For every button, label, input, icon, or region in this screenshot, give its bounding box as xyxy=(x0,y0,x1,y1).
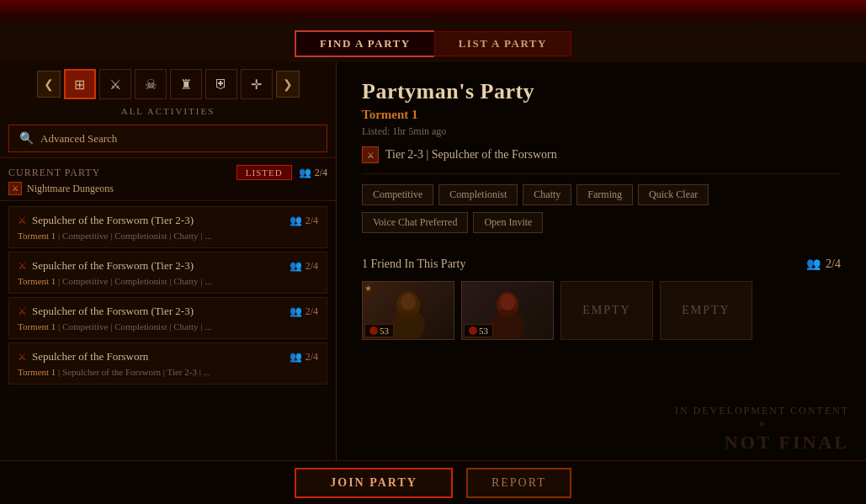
dungeon-info: ⚔ Tier 2-3 | Sepulcher of the Forsworn xyxy=(362,146,841,174)
bottom-bar: Join Party Report xyxy=(0,460,866,504)
party-item-header: ⚔ Sepulcher of the Forsworn (Tier 2-3) 👥… xyxy=(18,305,318,318)
player-avatar-2: 53 xyxy=(462,282,553,339)
svg-point-2 xyxy=(401,294,416,310)
current-party-header: Current Party LISTED 👥 2/4 xyxy=(8,165,327,180)
player-level-badge-1: 53 xyxy=(364,324,394,337)
search-container: 🔍 Advanced Search xyxy=(0,119,336,158)
people-icon: 👥 xyxy=(290,260,302,273)
left-panel: ⊞ ⚔ ☠ ♜ ⛨ ✛ xyxy=(0,62,337,460)
item-dungeon-icon: ⚔ xyxy=(18,215,27,227)
activity-icon-cross[interactable]: ✛ xyxy=(241,69,273,99)
party-item-count: 👥 2/4 xyxy=(290,305,318,318)
empty-slot-label-4: EMPTY xyxy=(682,304,730,317)
item-dungeon-icon: ⚔ xyxy=(18,305,27,318)
list-party-tab[interactable]: LIST A PARTY xyxy=(434,31,571,56)
people-icon: 👥 xyxy=(290,351,302,363)
party-item-count: 👥 2/4 xyxy=(290,215,318,227)
chevron-left-icon xyxy=(44,77,54,92)
party-item-count: 👥 2/4 xyxy=(290,260,318,273)
tag-farming: Farming xyxy=(576,184,633,205)
svg-point-1 xyxy=(391,309,425,338)
player-slot-2: 53 xyxy=(461,281,554,340)
party-item-header: ⚔ Sepulcher of the Forsworn (Tier 2-3) 👥… xyxy=(18,214,318,227)
activity-icon-skull[interactable]: ☠ xyxy=(135,69,167,99)
top-decorative-bar xyxy=(0,0,866,25)
activity-icon-grid[interactable]: ⊞ xyxy=(64,69,96,99)
item-dungeon-icon: ⚔ xyxy=(18,260,27,273)
party-title: Partyman's Party xyxy=(362,79,841,104)
current-party-activity-row: ⚔ Nightmare Dungeons xyxy=(8,182,327,195)
dungeon-icon: ⚔ xyxy=(109,77,121,93)
party-item-name: ⚔ Sepulcher of the Forsworn (Tier 2-3) xyxy=(18,259,194,273)
player-slot-1: 53 ★ xyxy=(362,281,454,340)
party-list: ⚔ Sepulcher of the Forsworn (Tier 2-3) 👥… xyxy=(0,201,336,460)
tower-icon: ♜ xyxy=(180,77,192,93)
item-dungeon-icon: ⚔ xyxy=(18,351,27,363)
party-activity-name: Nightmare Dungeons xyxy=(27,183,114,195)
list-item[interactable]: ⚔ Sepulcher of the Forsworn 👥 2/4 Tormen… xyxy=(8,342,327,385)
current-party-count: 👥 2/4 xyxy=(299,167,327,179)
header-tabs: FIND A PARTY LIST A PARTY xyxy=(0,24,866,62)
tag-chatty: Chatty xyxy=(523,184,571,205)
activity-icon-shield[interactable]: ⛨ xyxy=(205,69,237,99)
join-party-button[interactable]: Join Party xyxy=(295,468,453,498)
dungeon-info-icon: ⚔ xyxy=(362,146,379,163)
tag-completionist: Completionist xyxy=(438,184,518,205)
svg-point-4 xyxy=(491,309,524,338)
player-level-badge-2: 53 xyxy=(464,324,493,337)
list-item[interactable]: ⚔ Sepulcher of the Forsworn (Tier 2-3) 👥… xyxy=(8,206,327,248)
level-icon xyxy=(369,326,378,335)
party-item-count: 👥 2/4 xyxy=(290,351,318,363)
find-party-tab[interactable]: FIND A PARTY xyxy=(295,30,434,57)
activity-icon-dungeon[interactable]: ⚔ xyxy=(99,69,131,99)
tag-competitive: Competitive xyxy=(362,184,433,205)
party-item-tags: Torment 1 | Competitive | Completionist … xyxy=(18,231,318,241)
list-item[interactable]: ⚔ Sepulcher of the Forsworn (Tier 2-3) 👥… xyxy=(8,297,327,339)
friend-star-icon: ★ xyxy=(364,284,372,293)
party-activity-icon: ⚔ xyxy=(8,182,22,195)
tag-open-invite: Open Invite xyxy=(473,212,543,233)
players-section: 1 Friend In This Party 👥 2/4 xyxy=(362,257,841,340)
party-activity-info: ⚔ Nightmare Dungeons xyxy=(8,182,114,195)
activity-bar: ⊞ ⚔ ☠ ♜ ⛨ ✛ xyxy=(0,62,336,103)
player-slot-4: EMPTY xyxy=(660,281,752,340)
advanced-search-bar[interactable]: 🔍 Advanced Search xyxy=(8,125,327,152)
level-icon xyxy=(469,326,477,335)
nav-prev-button[interactable] xyxy=(37,71,61,98)
list-item[interactable]: ⚔ Sepulcher of the Forsworn (Tier 2-3) 👥… xyxy=(8,252,327,294)
difficulty-label: Torment 1 xyxy=(362,108,841,122)
content-area: ⊞ ⚔ ☠ ♜ ⛨ ✛ xyxy=(0,62,866,460)
people-icon: 👥 xyxy=(290,305,302,318)
search-icon: 🔍 xyxy=(19,131,34,146)
search-label: Advanced Search xyxy=(40,132,117,146)
current-party-section: Current Party LISTED 👥 2/4 ⚔ Nightmare D… xyxy=(0,158,336,201)
shield-icon: ⛨ xyxy=(215,77,228,92)
current-party-label: Current Party xyxy=(8,167,100,179)
right-panel: Partyman's Party Torment 1 Listed: 1hr 5… xyxy=(337,62,866,460)
party-item-name: ⚔ Sepulcher of the Forsworn (Tier 2-3) xyxy=(18,214,194,227)
tags-row-1: Competitive Completionist Chatty Farming… xyxy=(362,184,841,205)
svg-point-5 xyxy=(500,294,515,310)
grid-icon: ⊞ xyxy=(74,77,85,93)
friends-in-party-label: 1 Friend In This Party xyxy=(362,257,465,271)
party-item-name: ⚔ Sepulcher of the Forsworn xyxy=(18,350,148,363)
chevron-right-icon xyxy=(283,77,293,92)
party-item-header: ⚔ Sepulcher of the Forsworn 👥 2/4 xyxy=(18,350,318,363)
all-activities-label: ALL ACTIVITIES xyxy=(0,103,336,119)
activity-icon-tower[interactable]: ♜ xyxy=(170,69,202,99)
current-party-actions: LISTED 👥 2/4 xyxy=(236,165,327,180)
people-icon: 👥 xyxy=(299,167,311,179)
nav-next-button[interactable] xyxy=(276,71,300,98)
main-container: FIND A PARTY LIST A PARTY ⊞ ⚔ ☠ xyxy=(0,24,866,504)
tags-row-2: Voice Chat Preferred Open Invite xyxy=(362,212,841,233)
cross-icon: ✛ xyxy=(251,77,262,93)
report-button[interactable]: Report xyxy=(466,468,571,498)
player-avatar-1: 53 ★ xyxy=(363,282,454,339)
party-item-header: ⚔ Sepulcher of the Forsworn (Tier 2-3) 👥… xyxy=(18,259,318,273)
listed-time: Listed: 1hr 5min ago xyxy=(362,125,841,138)
party-item-name: ⚔ Sepulcher of the Forsworn (Tier 2-3) xyxy=(18,305,194,318)
party-item-tags: Torment 1 | Competitive | Completionist … xyxy=(18,276,318,286)
tag-quick-clear: Quick Clear xyxy=(638,184,709,205)
players-header: 1 Friend In This Party 👥 2/4 xyxy=(362,257,841,271)
party-item-tags: Torment 1 | Competitive | Completionist … xyxy=(18,321,318,332)
